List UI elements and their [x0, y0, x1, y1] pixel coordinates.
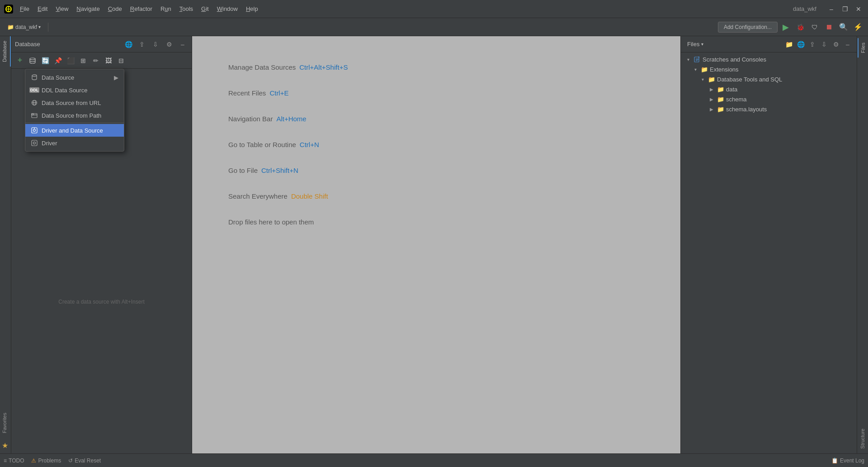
- sidebar-tab-files[interactable]: Files: [858, 38, 868, 57]
- tree-toggle-schema-layouts: ▶: [708, 105, 715, 113]
- tree-label-data: data: [726, 86, 737, 93]
- align-bottom-btn[interactable]: ⇩: [150, 39, 161, 50]
- driver2-icon: [31, 139, 38, 147]
- menu-tools[interactable]: Tools: [176, 4, 197, 14]
- search-everywhere-button[interactable]: 🔍: [837, 21, 850, 33]
- hint-shortcut-4: Ctrl+Shift+N: [261, 167, 298, 174]
- stop-button[interactable]: ⏹: [823, 21, 835, 33]
- menu-label-data-source: Data Source: [42, 74, 74, 81]
- files-settings-btn[interactable]: ⚙: [830, 39, 841, 50]
- status-event-log[interactable]: 📋 Event Log: [831, 457, 864, 464]
- files-globe-icon-btn[interactable]: 🌐: [795, 39, 806, 50]
- files-dropdown-label: Files: [687, 41, 699, 48]
- files-panel: Files ▾ 📁 🌐 ⇪ ⇩ ⚙ – ▾ Scratches and Cons…: [680, 36, 857, 453]
- svg-point-13: [33, 142, 36, 144]
- add-configuration-button[interactable]: Add Configuration...: [718, 22, 778, 33]
- svg-point-2: [30, 58, 35, 60]
- project-dropdown[interactable]: 📁 data_wkf ▾: [4, 22, 44, 32]
- stop-sync-btn[interactable]: ⬛: [65, 55, 76, 67]
- status-problems[interactable]: ⚠ Problems: [31, 457, 61, 464]
- database-icon-btn[interactable]: [27, 55, 38, 67]
- tree-item-scratches[interactable]: ▾ Scratches and Consoles: [681, 54, 857, 64]
- hint-manage-data-sources: Manage Data Sources Ctrl+Alt+Shift+S: [228, 63, 348, 71]
- status-todo[interactable]: ≡ TODO: [4, 457, 24, 464]
- right-sidebar-tabs: Files Structure: [857, 36, 868, 453]
- menu-file[interactable]: File: [16, 4, 33, 14]
- tree-item-extensions[interactable]: ▾ 📁 Extensions: [681, 64, 857, 74]
- menu-edit[interactable]: Edit: [34, 4, 51, 14]
- coverage-button[interactable]: 🛡: [808, 21, 821, 33]
- hint-text-2: Navigation Bar: [228, 115, 273, 123]
- minimize-button[interactable]: –: [826, 3, 837, 15]
- driver-icon: [31, 127, 38, 134]
- menu-item-data-source-path[interactable]: Data Source from Path: [25, 109, 124, 122]
- files-align-bottom-btn[interactable]: ⇩: [819, 39, 830, 50]
- hint-shortcut-0: Ctrl+Alt+Shift+S: [299, 63, 348, 71]
- hint-shortcut-1: Ctrl+E: [269, 89, 288, 97]
- close-button[interactable]: ✕: [853, 3, 864, 15]
- menu-code[interactable]: Code: [104, 4, 126, 14]
- filter-btn[interactable]: ⊟: [115, 55, 127, 67]
- menu-item-data-source[interactable]: Data Source ▶: [25, 71, 124, 84]
- db-panel-empty: Create a data source with Alt+Insert: [11, 150, 192, 453]
- menu-view[interactable]: View: [52, 4, 72, 14]
- files-align-icon-btn[interactable]: ⇪: [807, 39, 818, 50]
- update-button[interactable]: ⚡: [852, 21, 864, 33]
- menu-label-data-source-url: Data Source from URL: [42, 100, 101, 106]
- db-toolbar: + 🔄 📌 ⬛ ⊞ ✏ 🖼 ⊟: [11, 52, 192, 69]
- maximize-button[interactable]: ❐: [839, 3, 851, 15]
- menu-run[interactable]: Run: [157, 4, 175, 14]
- favorites-star-icon[interactable]: ★: [0, 438, 11, 453]
- close-panel-btn[interactable]: –: [177, 39, 188, 50]
- menu-item-ddl-data-source[interactable]: DDL DDL Data Source: [25, 84, 124, 96]
- add-datasource-button[interactable]: +: [14, 55, 26, 67]
- run-button[interactable]: ▶: [779, 21, 792, 33]
- menu-item-data-source-url[interactable]: Data Source from URL: [25, 96, 124, 109]
- files-folder-icon-btn[interactable]: 📁: [783, 39, 794, 50]
- tree-item-schema[interactable]: ▶ 📁 schema: [681, 94, 857, 104]
- refresh-btn[interactable]: 🔄: [39, 55, 51, 67]
- sidebar-tab-database[interactable]: Database: [0, 36, 11, 67]
- pin-btn[interactable]: 📌: [52, 55, 64, 67]
- sidebar-tab-favorites[interactable]: Favorites: [0, 408, 11, 438]
- files-tree-view: ▾ Scratches and Consoles ▾ 📁 Extensions …: [681, 52, 857, 453]
- menu-git[interactable]: Git: [198, 4, 212, 14]
- files-dropdown-btn[interactable]: Files ▾: [684, 39, 706, 49]
- status-eval-reset[interactable]: ↺ Eval Reset: [68, 457, 101, 464]
- image-btn[interactable]: 🖼: [103, 55, 114, 67]
- settings-btn[interactable]: ⚙: [164, 39, 175, 50]
- debug-button[interactable]: 🐞: [794, 21, 807, 33]
- extensions-folder-icon: 📁: [701, 66, 708, 73]
- app-logo: [4, 4, 14, 14]
- hint-search-everywhere: Search Everywhere Double Shift: [228, 192, 328, 200]
- toolbar-sep-1: [48, 23, 48, 32]
- hint-navigation-bar: Navigation Bar Alt+Home: [228, 115, 307, 123]
- svg-rect-8: [32, 114, 33, 115]
- event-log-icon: 📋: [831, 457, 838, 464]
- tree-item-data[interactable]: ▶ 📁 data: [681, 84, 857, 94]
- table-btn[interactable]: ⊞: [77, 55, 89, 67]
- globe-icon-btn[interactable]: 🌐: [123, 39, 134, 50]
- event-log-label: Event Log: [840, 457, 864, 464]
- files-close-btn[interactable]: –: [842, 39, 853, 50]
- sidebar-tab-structure[interactable]: Structure: [858, 424, 867, 453]
- menu-window[interactable]: Window: [213, 4, 241, 14]
- status-right: 📋 Event Log: [831, 457, 864, 464]
- tree-item-db-tools[interactable]: ▾ 📁 Database Tools and SQL: [681, 74, 857, 84]
- align-top-btn[interactable]: ⇪: [137, 39, 147, 50]
- hint-text-0: Manage Data Sources: [228, 63, 296, 71]
- db-tools-folder-icon: 📁: [708, 76, 715, 83]
- menu-item-driver[interactable]: Driver: [25, 137, 124, 149]
- menu-item-driver-and-data-source[interactable]: Driver and Data Source: [25, 124, 124, 137]
- scratches-icon: [693, 56, 701, 63]
- svg-rect-12: [32, 140, 37, 146]
- hint-shortcut-3: Ctrl+N: [300, 141, 319, 148]
- hint-drop-files: Drop files here to open them: [228, 218, 314, 226]
- edit-btn[interactable]: ✏: [90, 55, 102, 67]
- svg-rect-7: [32, 114, 37, 118]
- tree-item-schema-layouts[interactable]: ▶ 📁 schema.layouts: [681, 104, 857, 114]
- menu-help[interactable]: Help: [242, 4, 262, 14]
- menu-refactor[interactable]: Refactor: [127, 4, 156, 14]
- database-panel: Database 🌐 ⇪ ⇩ ⚙ – + 🔄 📌 ⬛ ⊞ ✏ 🖼 ⊟: [11, 36, 192, 453]
- menu-navigate[interactable]: Navigate: [73, 4, 103, 14]
